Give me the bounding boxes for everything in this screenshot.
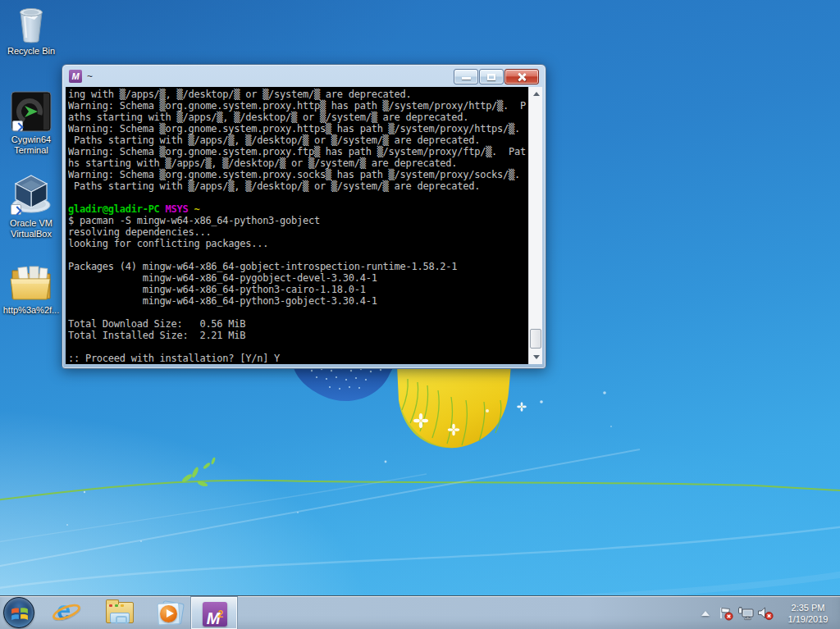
minimize-icon xyxy=(462,77,471,80)
desktop-icon-label: http%3a%2f... xyxy=(0,305,62,316)
wallpaper-flag-dots xyxy=(311,367,381,390)
wallpaper-vine xyxy=(0,457,840,500)
desktop[interactable]: Recycle Bin Cygwin64 Terminal xyxy=(0,0,840,629)
terminal-line: Packages (4) mingw-w64-x86_64-gobject-in… xyxy=(68,261,527,272)
terminal-line: looking for conflicting packages... xyxy=(68,238,527,249)
windows-flag-icon xyxy=(11,605,29,622)
terminal-line: $ pacman -S mingw-w64-x86_64-python3-gob… xyxy=(68,215,527,226)
msys2-window-icon: M xyxy=(69,70,82,83)
terminal-line: Paths starting with ▒/apps/▒, ▒/desktop/… xyxy=(68,180,527,192)
wallpaper-flag-yellow-pane xyxy=(397,365,511,448)
scrollbar-thumb[interactable] xyxy=(530,329,541,349)
desktop-icon-label: Recycle Bin xyxy=(0,46,62,57)
terminal-line: hs starting with ▒/apps/▒, ▒/desktop/▒ o… xyxy=(68,157,527,169)
close-icon xyxy=(517,72,527,82)
terminal-line: mingw-w64-x86_64-python3-cairo-1.18.0-1 xyxy=(68,284,527,295)
terminal-line: mingw-w64-x86_64-pygobject-devel-3.30.4-… xyxy=(68,272,527,284)
terminal-line: Warning: Schema ▒org.gnome.system.proxy.… xyxy=(68,100,527,112)
terminal-line: ing with ▒/apps/▒, ▒/desktop/▒ or ▒/syst… xyxy=(68,89,527,100)
desktop-icon-label: Cygwin64 Terminal xyxy=(0,134,62,156)
action-center-flag-icon[interactable] xyxy=(718,606,734,621)
desktop-icon-oracle-vm-virtualbox[interactable]: Oracle VM VirtualBox xyxy=(0,171,62,239)
wallpaper-flag-blue-pane xyxy=(293,365,395,401)
shortcut-arrow-icon xyxy=(12,121,23,131)
terminal-line xyxy=(68,249,527,261)
terminal-client-area[interactable]: ing with ▒/apps/▒, ▒/desktop/▒ or ▒/syst… xyxy=(66,87,542,364)
window-titlebar[interactable]: M ~ xyxy=(63,66,545,87)
window-title: ~ xyxy=(87,71,93,82)
wallpaper-flowers xyxy=(413,391,606,435)
terminal-line: gladir@gladir-PC MSYS ~ xyxy=(68,203,527,215)
terminal-line: mingw-w64-x86_64-python3-gobject-3.30.4-… xyxy=(68,295,527,307)
scroll-down-icon[interactable] xyxy=(529,350,543,364)
recycle-bin-icon xyxy=(14,5,48,44)
start-button[interactable] xyxy=(3,597,34,628)
taskbar-item-msys2-terminal-active[interactable]: M2 xyxy=(190,596,238,629)
taskbar-clock[interactable]: 2:35 PM 1/19/2019 xyxy=(782,602,834,625)
taskbar: e M2 xyxy=(0,595,840,629)
terminal-line: resolving dependencies... xyxy=(68,226,527,238)
system-tray: 2:35 PM 1/19/2019 xyxy=(701,596,840,629)
shortcut-arrow-icon xyxy=(11,204,21,215)
wallpaper-grass xyxy=(402,379,501,445)
maximize-icon xyxy=(487,74,495,80)
folder-icon xyxy=(8,262,54,303)
wmp-play-icon xyxy=(160,605,177,622)
clock-date: 1/19/2019 xyxy=(782,613,834,625)
terminal-line: :: Proceed with installation? [Y/n] Y xyxy=(68,353,527,364)
taskbar-item-windows-explorer[interactable] xyxy=(104,599,135,627)
terminal-line: Total Download Size: 0.56 MiB xyxy=(68,318,527,330)
terminal-line xyxy=(68,307,527,318)
close-button[interactable] xyxy=(504,69,539,84)
taskbar-item-windows-media-player[interactable] xyxy=(154,599,185,627)
volume-muted-icon[interactable] xyxy=(757,606,774,621)
show-hidden-icons-button[interactable] xyxy=(701,611,710,616)
taskbar-item-internet-explorer[interactable]: e xyxy=(52,599,84,627)
minimize-button[interactable] xyxy=(454,69,478,84)
desktop-icon-label: Oracle VM VirtualBox xyxy=(0,218,62,239)
wallpaper-sparkles xyxy=(66,426,612,542)
desktop-icon-cygwin64-terminal[interactable]: Cygwin64 Terminal xyxy=(0,90,62,156)
msys2-taskbar-icon: M2 xyxy=(203,602,227,627)
desktop-icon-http-folder[interactable]: http%3a%2f... xyxy=(0,262,62,316)
terminal-line: Total Installed Size: 2.21 MiB xyxy=(68,330,527,341)
terminal-output: ing with ▒/apps/▒, ▒/desktop/▒ or ▒/syst… xyxy=(68,89,527,364)
terminal-line xyxy=(68,341,527,353)
scroll-up-icon[interactable] xyxy=(529,87,543,101)
explorer-tray-icon xyxy=(110,613,130,623)
network-icon[interactable] xyxy=(737,606,754,621)
clock-time: 2:35 PM xyxy=(782,602,834,613)
terminal-line: aths starting with ▒/apps/▒, ▒/desktop/▒… xyxy=(68,112,527,123)
terminal-line: Warning: Schema ▒org.gnome.system.proxy.… xyxy=(68,123,527,134)
terminal-line xyxy=(68,192,527,203)
mintty-terminal-window: M ~ ing with ▒/apps/▒, ▒/desktop/▒ or ▒/… xyxy=(62,64,546,369)
desktop-icon-recycle-bin[interactable]: Recycle Bin xyxy=(0,5,62,57)
terminal-line: Paths starting with ▒/apps/▒, ▒/desktop/… xyxy=(68,134,527,146)
maximize-button[interactable] xyxy=(479,69,504,84)
terminal-scrollbar[interactable] xyxy=(528,87,542,364)
terminal-line: Warning: Schema ▒org.gnome.system.proxy.… xyxy=(68,146,527,157)
terminal-line: Warning: Schema ▒org.gnome.system.proxy.… xyxy=(68,169,527,180)
